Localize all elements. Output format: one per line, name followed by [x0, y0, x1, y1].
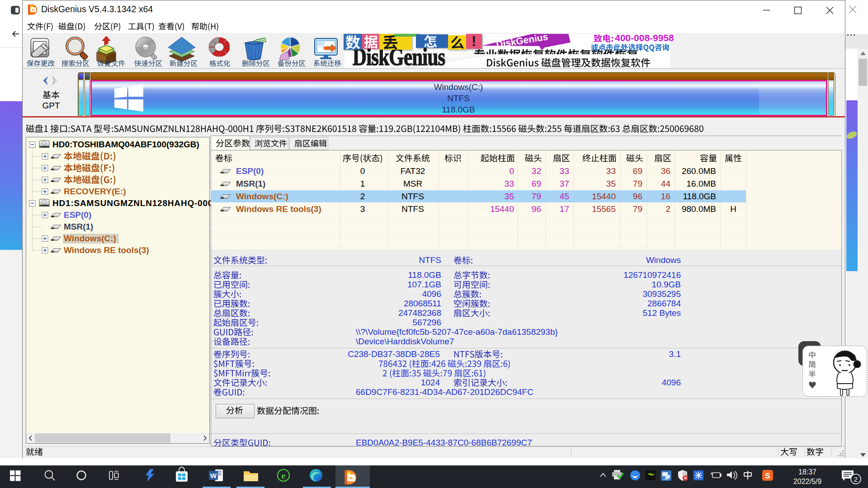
svg-text:e: e	[281, 470, 286, 481]
svg-text:W: W	[210, 472, 217, 479]
svg-text:intel: intel	[663, 478, 668, 480]
svg-text:S: S	[765, 472, 770, 480]
svg-text:2: 2	[854, 475, 858, 483]
